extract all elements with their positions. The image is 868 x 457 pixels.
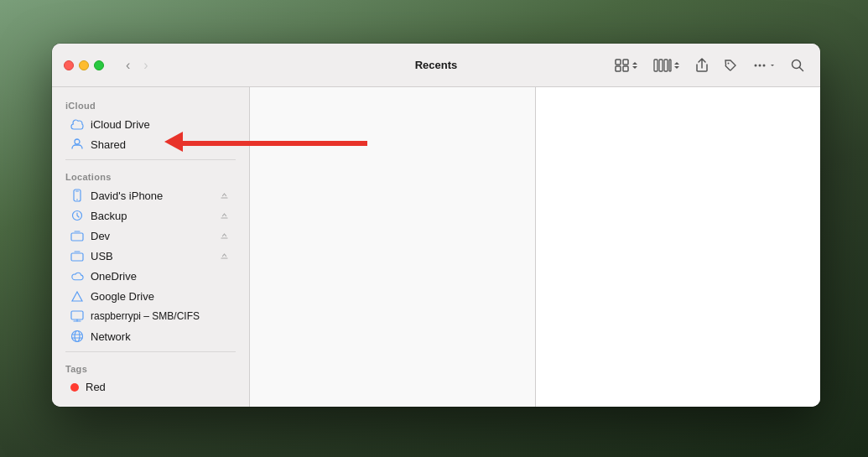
svg-rect-5: [659, 60, 663, 71]
traffic-lights: [52, 60, 104, 70]
svg-rect-21: [71, 311, 83, 319]
sidebar-section-icloud: iCloud iCloud Drive: [52, 94, 249, 154]
svg-rect-0: [616, 60, 621, 65]
svg-rect-3: [623, 66, 628, 71]
maximize-button[interactable]: [94, 60, 104, 70]
sidebar-item-tag-red[interactable]: Red: [57, 377, 244, 397]
icon-view-button[interactable]: [609, 55, 644, 76]
sidebar-divider-2: [65, 351, 236, 352]
finder-window: ‹ › Recents: [52, 44, 820, 407]
dev-label: Dev: [91, 230, 217, 242]
sidebar-divider-1: [65, 159, 236, 160]
svg-rect-19: [71, 233, 83, 241]
svg-point-24: [72, 331, 83, 342]
sidebar-section-locations: Locations David's iPhone: [52, 165, 249, 346]
more-chevron-icon: [769, 62, 776, 69]
davids-iphone-label: David's iPhone: [91, 190, 217, 202]
svg-rect-20: [71, 253, 83, 261]
onedrive-icon: [70, 269, 84, 283]
nav-buttons: ‹ ›: [121, 55, 153, 76]
search-button[interactable]: [785, 55, 810, 76]
svg-point-25: [75, 331, 80, 342]
sidebar-item-backup[interactable]: Backup: [57, 205, 244, 226]
close-button[interactable]: [64, 60, 74, 70]
sidebar-section-header-icloud: iCloud: [52, 94, 249, 114]
raspberrypi-label: raspberrypi – SMB/CIFS: [91, 310, 231, 322]
minimize-button[interactable]: [79, 60, 89, 70]
tag-button[interactable]: [718, 55, 743, 76]
sidebar-item-google-drive[interactable]: Google Drive: [57, 286, 244, 306]
sidebar: iCloud iCloud Drive: [52, 87, 250, 407]
forward-button[interactable]: ›: [138, 55, 153, 76]
sidebar-item-onedrive[interactable]: OneDrive: [57, 266, 244, 286]
usb-eject[interactable]: [217, 249, 231, 262]
sidebar-item-davids-iphone[interactable]: David's iPhone: [57, 185, 244, 205]
svg-point-9: [755, 64, 757, 66]
google-drive-label: Google Drive: [91, 290, 231, 303]
network-icon: [70, 330, 84, 343]
raspberrypi-icon: [70, 309, 84, 323]
share-button[interactable]: [689, 54, 715, 77]
titlebar: ‹ › Recents: [52, 44, 820, 87]
network-label: Network: [91, 330, 231, 343]
icon-view-icon: [615, 59, 630, 72]
toolbar-right: [609, 54, 820, 77]
sidebar-item-dev[interactable]: Dev: [57, 226, 244, 246]
sidebar-item-usb[interactable]: USB: [57, 246, 244, 266]
backup-eject[interactable]: [217, 209, 231, 222]
icloud-drive-label: iCloud Drive: [91, 118, 231, 131]
share-icon: [695, 58, 709, 73]
svg-rect-4: [654, 60, 657, 71]
dev-eject[interactable]: [217, 229, 231, 242]
usb-icon: [70, 249, 84, 262]
content-area: [250, 87, 820, 407]
svg-rect-7: [669, 60, 671, 71]
content-pane-right: [536, 87, 821, 407]
svg-point-10: [759, 64, 761, 66]
more-button[interactable]: [746, 55, 782, 76]
window-title: Recents: [415, 59, 458, 71]
view-chevron-icon: [632, 61, 638, 70]
iphone-icon: [70, 189, 84, 202]
google-drive-icon: [70, 289, 84, 303]
shared-label: Shared: [91, 138, 231, 151]
red-tag-dot: [70, 383, 79, 392]
backup-label: Backup: [91, 210, 217, 222]
dev-icon: [70, 229, 84, 242]
red-tag-label: Red: [86, 381, 231, 393]
svg-point-11: [763, 64, 766, 66]
svg-point-8: [728, 62, 730, 64]
sidebar-item-icloud-drive[interactable]: iCloud Drive: [57, 114, 244, 134]
sidebar-section-tags: Tags Red: [52, 357, 249, 397]
column-view-icon: [653, 59, 672, 72]
tag-icon: [724, 59, 737, 72]
content-pane-left: [250, 87, 535, 407]
svg-rect-2: [616, 66, 621, 71]
onedrive-label: OneDrive: [91, 270, 231, 283]
svg-line-13: [800, 67, 803, 70]
usb-label: USB: [91, 250, 217, 262]
column-view-button[interactable]: [647, 55, 686, 76]
svg-rect-6: [664, 60, 668, 71]
shared-icon: [70, 138, 84, 151]
sidebar-item-raspberrypi[interactable]: raspberrypi – SMB/CIFS: [57, 306, 244, 326]
back-button[interactable]: ‹: [121, 55, 135, 76]
sidebar-item-network[interactable]: Network: [57, 326, 244, 346]
icloud-drive-icon: [70, 117, 84, 131]
sidebar-section-header-tags: Tags: [52, 357, 249, 377]
backup-icon: [70, 209, 84, 222]
svg-rect-1: [623, 60, 628, 65]
search-icon: [791, 59, 804, 72]
sidebar-item-shared[interactable]: Shared: [57, 134, 244, 154]
column-view-chevron-icon: [673, 61, 680, 70]
sidebar-section-header-locations: Locations: [52, 165, 249, 185]
more-icon: [752, 59, 767, 72]
main-content: iCloud iCloud Drive: [52, 87, 820, 407]
svg-point-14: [75, 139, 80, 144]
davids-iphone-eject[interactable]: [217, 189, 231, 202]
svg-point-17: [76, 199, 78, 200]
